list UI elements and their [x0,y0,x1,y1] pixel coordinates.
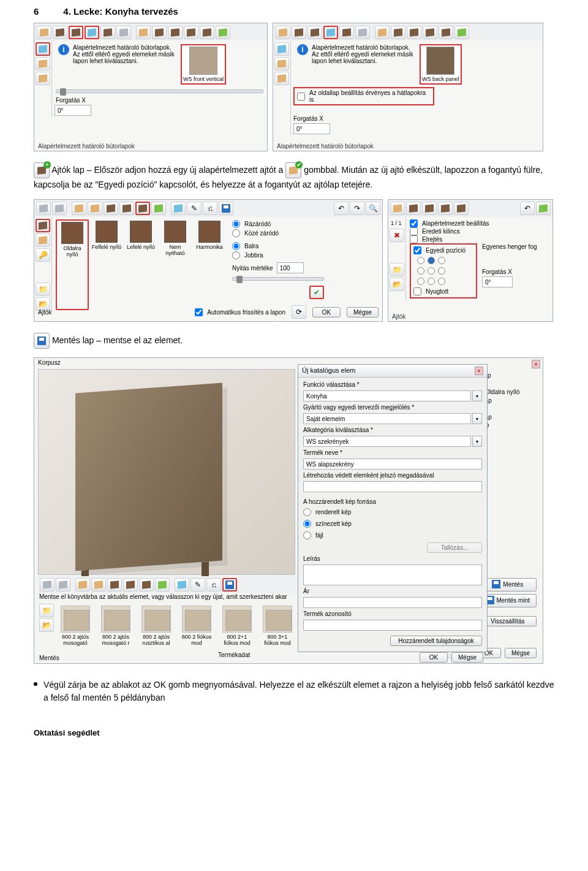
tb-icon[interactable] [151,202,166,215]
cancel-button-outer[interactable]: Mégse [505,648,537,658]
radio-razarodo[interactable] [232,220,240,228]
scroll-slider[interactable] [56,89,263,93]
tb-icon[interactable]: ⎌ [203,202,217,215]
add-icon[interactable]: + [34,162,50,178]
tb-icon[interactable] [36,202,51,215]
checkbox-default[interactable] [410,219,418,227]
cabinet-icon[interactable] [168,26,183,39]
cabinet-icon[interactable] [200,26,214,39]
radio-color-img[interactable] [303,520,311,528]
cabinet-icon[interactable] [439,26,453,39]
input-nyitas[interactable]: 100 [277,262,304,273]
add-icon[interactable] [536,202,551,215]
side-icon[interactable] [36,234,50,247]
tb-icon[interactable] [107,578,122,591]
side-icon[interactable] [36,57,50,70]
cabinet-icon[interactable] [355,26,370,39]
save-icon[interactable] [34,333,50,349]
library-item[interactable]: 800 2 ajtós rusztikus al [138,606,174,646]
input-funkcio[interactable]: Konyha [303,390,471,401]
radio-rendered-img[interactable] [303,508,311,516]
redo-icon[interactable]: ↷ [350,202,364,215]
dropdown-icon[interactable]: ▾ [472,413,482,424]
cabinet-icon[interactable] [339,26,354,39]
tb-icon[interactable]: ⎌ [206,578,221,591]
checkbox-custom-position[interactable] [413,246,421,254]
tb-icon[interactable] [56,578,70,591]
tb-icon[interactable] [438,202,453,215]
tb-icon[interactable] [104,202,118,215]
input-password[interactable] [303,481,482,492]
door-type-nem[interactable]: Nem nyitható [159,219,192,310]
close-icon[interactable]: × [475,367,483,375]
textarea-leiras[interactable] [303,565,482,585]
side-icon-selected[interactable] [36,42,50,56]
tb-icon[interactable] [52,202,67,215]
props-button[interactable]: Hozzárendelt tulajdonságok [390,636,482,646]
tb-icon[interactable] [422,202,437,215]
door-type-lefele[interactable]: Lefelé nyíló [124,219,157,310]
ok-button[interactable]: OK [312,307,341,318]
library-item[interactable]: 800 2 ajtós mosogató r [98,606,134,646]
input-termeknev[interactable]: WS alapszekrény [303,458,482,470]
cabinet-icon[interactable] [116,26,131,39]
tb-icon[interactable]: ✎ [190,578,205,591]
tb-icon[interactable] [139,578,154,591]
cabinet-icon[interactable] [136,26,151,39]
library-item[interactable]: 800 3+1 fiókos mod [260,606,295,646]
input-termekid[interactable] [303,620,482,631]
input-forgatas-x[interactable]: 0° [482,276,513,287]
cabinet-icon[interactable] [216,26,230,39]
checkbox-hide[interactable] [410,235,418,243]
tb-icon[interactable] [175,578,189,591]
tb-icon[interactable] [155,578,170,591]
checkbox-orig-handle[interactable] [410,227,418,235]
input-forgatas-x[interactable]: 0° [55,105,91,116]
side-icon[interactable]: 📂 [39,618,54,632]
checkbox-side-applies-back[interactable] [297,93,305,101]
slider-nyitas[interactable] [232,277,324,281]
cabinet-icon[interactable] [276,26,290,39]
cabinet-icon[interactable] [454,26,469,39]
side-icon[interactable]: 📁 [39,604,54,617]
tb-icon[interactable]: ✎ [187,202,202,215]
radio-jobbra[interactable] [232,251,240,259]
add-icon[interactable]: ✔ [285,162,301,178]
checkbox-nyugtott[interactable] [413,287,421,295]
library-item[interactable]: 800 2 fiókos mod [179,606,214,646]
zoom-icon[interactable]: 🔍 [366,202,380,215]
tb-icon[interactable] [119,202,134,215]
cabinet-icon[interactable] [391,26,405,39]
tb-icon-selected[interactable] [135,202,150,215]
dialog-cancel-button[interactable]: Mégse [451,652,483,663]
dropdown-icon[interactable]: ▾ [472,390,482,401]
side-icon[interactable] [274,72,289,85]
selected-back-thumb[interactable]: WS back panel [420,44,462,85]
tb-icon[interactable] [72,202,86,215]
cabinet-icon[interactable] [375,26,390,39]
cabinet-icon-selected[interactable] [69,26,83,39]
selected-front-thumb[interactable]: WS front vertical [181,44,226,85]
checkbox-auto-refresh[interactable] [195,308,203,316]
cabinet-icon[interactable] [152,26,167,39]
dropdown-icon[interactable]: ▾ [472,436,482,447]
tb-icon[interactable] [88,202,102,215]
cabinet-icon[interactable] [100,26,115,39]
side-icon[interactable] [274,42,289,56]
door-type-felfele[interactable]: Felfelé nyíló [90,219,123,310]
input-ar[interactable] [303,597,482,608]
side-icon[interactable] [36,72,50,85]
tb-icon[interactable]: ↶ [520,202,535,215]
cancel-button[interactable]: Mégse [347,307,379,318]
cabinet-icon[interactable] [423,26,437,39]
side-icon[interactable]: 🔑 [36,248,50,262]
side-icon[interactable]: 📁 [390,263,404,276]
input-forgatas-x[interactable]: 0° [293,123,330,134]
tb-icon[interactable] [171,202,186,215]
save-icon[interactable] [219,202,233,215]
tb-icon[interactable] [406,202,421,215]
input-gyarto[interactable]: Saját elemeim [303,413,471,424]
door-type-oldalra[interactable]: Oldalra nyíló [56,219,89,310]
confirm-icon[interactable]: ✔ [309,286,324,299]
radio-koze[interactable] [232,229,240,237]
